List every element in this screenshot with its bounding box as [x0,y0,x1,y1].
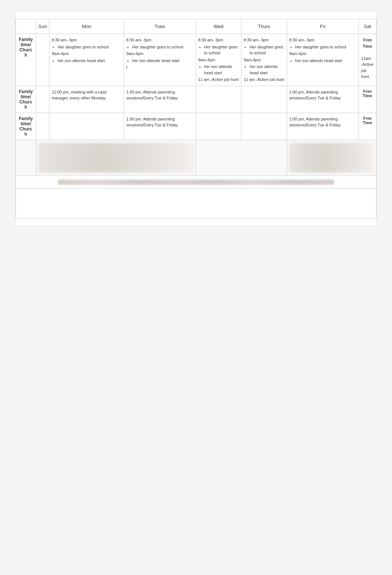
cell-row3-sun [36,113,49,140]
cell-row3-thurs [241,113,287,140]
cell-row2-sun [36,86,49,113]
calendar-table: Sun Mon Tues Wed Thurs Fri Sat Familytim… [16,19,376,218]
row-label-3: Familytime/Church [16,113,36,140]
cell-row2-thurs [241,86,287,113]
header-tues: Tues [124,19,196,34]
cell-row2-wed [196,86,241,113]
blurred-text-content [58,180,334,185]
blurred-image-mid [196,140,287,176]
header-sat: Sat [359,19,376,34]
row-label-1: Familytime/Church [16,34,36,86]
cell-row3-wed [196,113,241,140]
cell-row1-fri: 8:30 am- 3pm Her daughter goes to school… [287,34,359,86]
cell-row3-sat: FreeTime [359,113,376,140]
blurred-label-col [16,140,36,176]
header-mon: Mon [49,19,124,34]
row-label-2: Familytime/Church [16,86,36,113]
blurred-text-cell [16,176,376,188]
header-row: Sun Mon Tues Wed Thurs Fri Sat [16,19,376,34]
cell-row3-tues: 1:00 pm, Attends parenting sessions/Ever… [124,113,196,140]
cell-row1-sat: FreeTime 11am-Activejob hunt [359,34,376,86]
header-thurs: Thurs [241,19,287,34]
header-fri: Fri [287,19,359,34]
blurred-image-row [16,140,376,176]
blurred-text-row [16,176,376,188]
cell-row1-wed: 8:30 am- 3pm Her daughter goes to school… [196,34,241,86]
cell-row2-sat: FreeTime [359,86,376,113]
spacer-row [16,188,376,218]
header-label-col [16,19,36,34]
cell-row3-mon [49,113,124,140]
table-row: Familytime/Church 1:00 pm, Attends paren… [16,113,376,140]
table-row: Familytime/Church 12:00 pm, meeting with… [16,86,376,113]
cell-row2-fri: 1:00 pm, Attends parenting sessions/Ever… [287,86,359,113]
header-sun: Sun [36,19,49,34]
cell-row2-mon: 12:00 pm, meeting with a case manager, e… [49,86,124,113]
blurred-image-right [287,140,376,176]
cell-row1-sun [36,34,49,86]
blurred-image-left [36,140,196,176]
cell-row1-thurs: 8:30 am- 3pm Her daughter goes to school… [241,34,287,86]
cell-row2-tues: 1:00 pm, Attends parenting sessions/Ever… [124,86,196,113]
cell-row3-fri: 1:00 pm, Attends parenting sessions/Ever… [287,113,359,140]
spacer-cell [16,188,376,218]
header-wed: Wed [196,19,241,34]
cell-row1-mon: 8:30 am- 3pm Her daughter goes to school… [49,34,124,86]
table-row: Familytime/Church 8:30 am- 3pm Her daugh… [16,34,376,86]
cell-row1-tues: 8:30 am- 3pm Her daughter goes to school… [124,34,196,86]
